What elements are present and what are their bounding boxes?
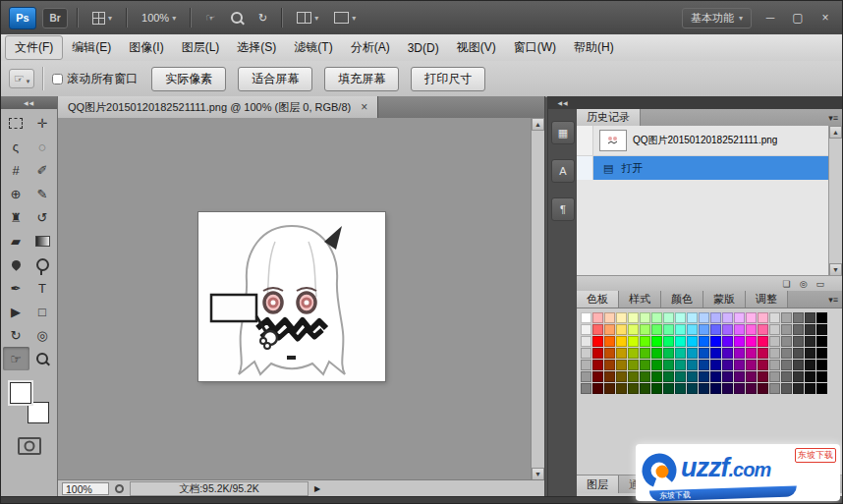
foreground-color-swatch[interactable]: [10, 382, 31, 404]
color-swatch[interactable]: [663, 312, 674, 323]
color-swatch[interactable]: [687, 371, 698, 382]
color-swatch[interactable]: [604, 348, 615, 359]
color-swatch[interactable]: [746, 383, 757, 394]
character-panel-button[interactable]: A: [551, 159, 575, 183]
color-swatch[interactable]: [793, 312, 804, 323]
color-swatch[interactable]: [781, 348, 792, 359]
color-swatch[interactable]: [592, 348, 603, 359]
color-swatch[interactable]: [746, 336, 757, 347]
color-swatch[interactable]: [699, 312, 709, 323]
color-swatch[interactable]: [604, 371, 615, 382]
color-swatch[interactable]: [781, 324, 792, 335]
color-swatch[interactable]: [710, 336, 721, 347]
color-swatch[interactable]: [758, 336, 768, 347]
color-swatch[interactable]: [816, 383, 827, 394]
color-swatch[interactable]: [769, 383, 780, 394]
brush-tool[interactable]: ✎: [29, 182, 56, 205]
swatches-panel-menu-icon[interactable]: ▾≡: [828, 291, 838, 308]
new-snapshot-icon[interactable]: ◎: [800, 279, 808, 289]
color-swatch[interactable]: [699, 383, 709, 394]
color-swatch[interactable]: [734, 360, 745, 370]
view-extras-button[interactable]: ▾: [87, 10, 117, 27]
canvas-area[interactable]: [58, 118, 532, 480]
tab-color[interactable]: 颜色: [661, 291, 703, 308]
color-swatch[interactable]: [699, 336, 709, 347]
color-swatch[interactable]: [663, 348, 674, 359]
history-panel-menu-icon[interactable]: ▾≡: [828, 109, 838, 126]
color-swatch[interactable]: [651, 312, 662, 323]
orbit-3d-tool[interactable]: ◎: [29, 323, 56, 347]
menu-item[interactable]: 文件(F): [5, 35, 63, 60]
arrange-documents-button[interactable]: ▾: [292, 10, 323, 26]
workspace-switcher[interactable]: 基本功能 ▾: [682, 8, 752, 28]
color-swatch[interactable]: [805, 348, 815, 359]
type-tool[interactable]: T: [29, 276, 56, 300]
color-swatch[interactable]: [651, 336, 662, 347]
color-swatch[interactable]: [793, 348, 804, 359]
color-swatch[interactable]: [675, 371, 686, 382]
menu-item[interactable]: 图像(I): [120, 36, 172, 59]
color-swatch[interactable]: [710, 360, 721, 370]
color-swatch[interactable]: [675, 360, 686, 370]
color-swatch[interactable]: [734, 348, 745, 359]
color-swatch[interactable]: [675, 336, 686, 347]
color-swatch[interactable]: [687, 336, 698, 347]
color-swatch[interactable]: [663, 336, 674, 347]
zoom-level-dropdown[interactable]: 100% ▾: [137, 10, 181, 26]
color-swatch[interactable]: [604, 360, 615, 370]
color-swatch[interactable]: [592, 324, 603, 335]
rotate-3d-tool[interactable]: ↻: [3, 323, 29, 347]
color-swatch[interactable]: [687, 383, 698, 394]
color-swatch[interactable]: [616, 371, 627, 382]
color-swatch[interactable]: [663, 383, 674, 394]
color-swatch[interactable]: [604, 336, 615, 347]
color-swatch[interactable]: [734, 371, 745, 382]
color-swatch[interactable]: [699, 348, 709, 359]
tool-preset-well[interactable]: ☞ ▾: [9, 69, 34, 88]
color-swatch[interactable]: [781, 371, 792, 382]
rotate-view-button[interactable]: ↻: [253, 10, 272, 27]
tab-history[interactable]: 历史记录: [577, 109, 641, 126]
color-swatch[interactable]: [651, 324, 662, 335]
color-swatch[interactable]: [722, 360, 733, 370]
zoom-level-field[interactable]: 100%: [62, 482, 109, 495]
history-source-well[interactable]: [577, 156, 593, 180]
color-swatch[interactable]: [663, 324, 674, 335]
color-swatch[interactable]: [769, 371, 780, 382]
color-swatch[interactable]: [687, 348, 698, 359]
color-swatch[interactable]: [758, 371, 768, 382]
vertical-scrollbar[interactable]: ▲ ▼: [531, 118, 544, 480]
color-swatch[interactable]: [781, 312, 792, 323]
history-step-row[interactable]: ▤ 打开: [577, 156, 829, 180]
color-swatch[interactable]: [734, 312, 745, 323]
color-swatch[interactable]: [628, 324, 639, 335]
color-swatch[interactable]: [699, 324, 709, 335]
color-swatch[interactable]: [628, 383, 639, 394]
color-swatch[interactable]: [722, 336, 733, 347]
color-swatch[interactable]: [710, 371, 721, 382]
color-swatch[interactable]: [640, 383, 650, 394]
options-button[interactable]: 填充屏幕: [324, 67, 399, 91]
rectangular-marquee-tool[interactable]: [3, 111, 29, 135]
menu-item[interactable]: 视图(V): [448, 36, 505, 59]
color-swatch[interactable]: [640, 336, 650, 347]
color-swatch[interactable]: [746, 348, 757, 359]
color-swatch[interactable]: [699, 371, 709, 382]
color-swatch[interactable]: [710, 348, 721, 359]
color-swatch[interactable]: [663, 371, 674, 382]
color-swatch[interactable]: [592, 312, 603, 323]
history-source-well[interactable]: [577, 126, 593, 155]
shape-tool[interactable]: □: [29, 300, 56, 323]
color-swatch[interactable]: [722, 324, 733, 335]
color-swatch[interactable]: [675, 312, 686, 323]
background-color-swatch[interactable]: [28, 402, 49, 423]
color-swatch[interactable]: [758, 360, 768, 370]
collapsed-panel-button[interactable]: ▦: [551, 121, 575, 144]
color-swatch[interactable]: [616, 324, 627, 335]
color-swatch[interactable]: [581, 312, 591, 323]
color-swatch[interactable]: [581, 348, 591, 359]
color-swatch[interactable]: [746, 324, 757, 335]
hand-tool[interactable]: ☞: [3, 347, 29, 370]
color-swatch[interactable]: [616, 312, 627, 323]
color-swatch[interactable]: [581, 383, 591, 394]
